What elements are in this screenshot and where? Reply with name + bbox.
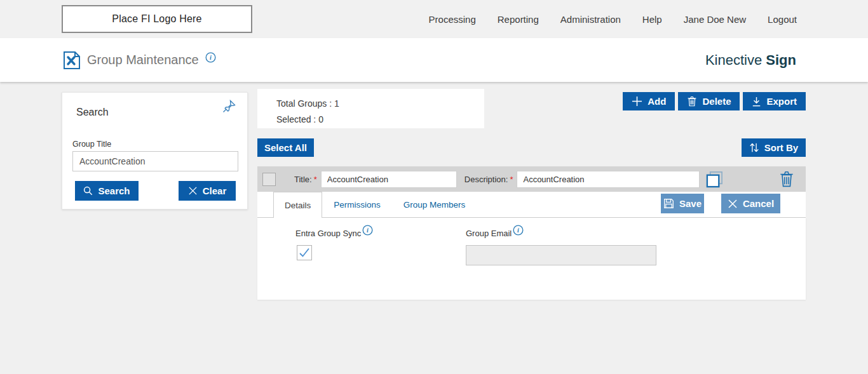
svg-text:i: i	[210, 54, 212, 61]
fi-logo-text: Place FI Logo Here	[112, 13, 201, 25]
total-groups-line: Total Groups : 1	[276, 96, 484, 112]
delete-button-label: Delete	[702, 96, 731, 107]
nav-processing[interactable]: Processing	[429, 14, 476, 25]
plus-icon	[632, 96, 642, 107]
clear-button[interactable]: Clear	[179, 181, 236, 201]
page-title: Group Maintenance	[87, 53, 199, 67]
nav-reporting[interactable]: Reporting	[498, 14, 539, 25]
export-button-label: Export	[766, 96, 797, 107]
search-panel: Search Group Title Search Clear	[62, 92, 248, 210]
save-button-label: Save	[679, 198, 702, 209]
page-info-icon[interactable]: i	[205, 52, 216, 63]
details-tab-panel: Entra Group Sync i Group Email i	[257, 218, 806, 300]
entra-info-icon[interactable]: i	[362, 225, 373, 236]
brand-bold: Sign	[766, 52, 796, 68]
entra-group-sync-label: Entra Group Sync i	[295, 229, 373, 238]
brand-logo: Kinective Sign	[705, 52, 796, 69]
sort-icon	[749, 142, 759, 153]
row-checkbox[interactable]	[262, 173, 276, 186]
sort-by-button[interactable]: Sort By	[742, 138, 806, 157]
entra-group-sync-checkbox[interactable]	[297, 245, 312, 260]
clear-x-icon	[188, 186, 198, 196]
download-icon	[752, 97, 761, 107]
group-email-label: Group Email i	[466, 229, 524, 238]
export-button[interactable]: Export	[743, 92, 806, 110]
tab-group-members[interactable]: Group Members	[392, 192, 477, 217]
nav-logout[interactable]: Logout	[768, 14, 797, 25]
title-label: Title:*	[294, 175, 317, 184]
cancel-button[interactable]: Cancel	[721, 194, 780, 213]
group-email-info-icon[interactable]: i	[513, 225, 524, 236]
add-button[interactable]: Add	[623, 92, 675, 110]
selected-line: Selected : 0	[276, 112, 484, 128]
search-icon	[83, 186, 93, 196]
save-button[interactable]: Save	[661, 194, 704, 213]
main-content: Total Groups : 1 Selected : 0 Add Delete…	[257, 89, 806, 368]
nav-user-menu[interactable]: Jane Doe New	[684, 14, 746, 25]
nav-help[interactable]: Help	[642, 14, 662, 25]
page-header: Group Maintenance i Kinective Sign	[0, 38, 868, 82]
group-email-input[interactable]	[466, 245, 656, 265]
tab-bar: Details Permissions Group Members Save C…	[257, 192, 806, 218]
brand-regular: Kinective	[705, 52, 762, 68]
fi-logo-placeholder: Place FI Logo Here	[62, 5, 252, 33]
cancel-x-icon	[728, 199, 738, 209]
group-row: Title:* Description:*	[257, 166, 806, 192]
search-button[interactable]: Search	[75, 181, 139, 201]
nav-administration[interactable]: Administration	[560, 14, 621, 25]
tab-permissions-label: Permissions	[334, 200, 381, 210]
tab-details-label: Details	[285, 201, 311, 210]
tab-permissions[interactable]: Permissions	[322, 192, 392, 217]
description-label: Description:*	[465, 175, 513, 184]
clear-button-label: Clear	[203, 185, 227, 196]
top-bar: Place FI Logo Here Processing Reporting …	[0, 0, 868, 38]
group-maintenance-icon	[64, 51, 80, 69]
group-actions: Add Delete Export	[623, 92, 806, 110]
search-panel-title: Search	[76, 107, 109, 118]
delete-button[interactable]: Delete	[678, 92, 740, 110]
cancel-button-label: Cancel	[743, 198, 774, 209]
description-required-mark: *	[510, 175, 513, 184]
tab-group-members-label: Group Members	[403, 200, 466, 210]
copy-icon[interactable]	[705, 170, 724, 189]
description-input[interactable]	[517, 171, 700, 188]
tab-details[interactable]: Details	[273, 192, 322, 218]
row-trash-icon[interactable]	[780, 171, 794, 187]
pin-icon[interactable]	[222, 98, 237, 114]
top-navigation: Processing Reporting Administration Help…	[429, 14, 797, 25]
search-button-label: Search	[98, 185, 130, 196]
save-floppy-icon	[663, 198, 674, 209]
title-required-mark: *	[314, 175, 317, 184]
trash-icon	[687, 96, 697, 107]
add-button-label: Add	[648, 96, 666, 107]
group-title-input[interactable]	[72, 151, 238, 171]
groups-summary: Total Groups : 1 Selected : 0	[257, 89, 484, 128]
selected-value: 0	[318, 114, 323, 124]
title-input[interactable]	[321, 171, 457, 188]
select-all-button[interactable]: Select All	[257, 138, 314, 157]
svg-text:i: i	[367, 227, 369, 234]
sort-by-label: Sort By	[764, 142, 798, 153]
group-title-label: Group Title	[72, 140, 111, 149]
checkmark-icon	[299, 248, 310, 258]
select-all-label: Select All	[264, 142, 307, 153]
svg-text:i: i	[517, 227, 519, 234]
total-groups-value: 1	[334, 98, 339, 109]
